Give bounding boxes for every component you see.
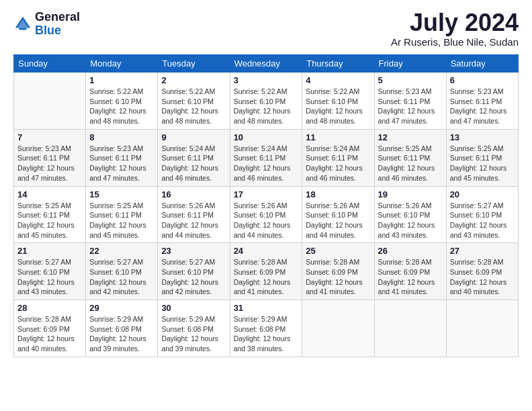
day-info: Sunrise: 5:26 AM Sunset: 6:10 PM Dayligh… <box>378 201 443 240</box>
day-number: 27 <box>450 246 515 256</box>
day-number: 18 <box>306 189 370 199</box>
day-number: 28 <box>17 303 82 313</box>
day-info: Sunrise: 5:23 AM Sunset: 6:11 PM Dayligh… <box>17 144 82 183</box>
day-number: 1 <box>89 75 154 85</box>
calendar-cell: 24Sunrise: 5:28 AM Sunset: 6:09 PM Dayli… <box>230 243 302 300</box>
day-info: Sunrise: 5:27 AM Sunset: 6:10 PM Dayligh… <box>161 257 226 297</box>
day-info: Sunrise: 5:26 AM Sunset: 6:10 PM Dayligh… <box>306 201 370 240</box>
location: Ar Ruseris, Blue Nile, Sudan <box>391 36 519 48</box>
day-info: Sunrise: 5:28 AM Sunset: 6:09 PM Dayligh… <box>378 257 443 297</box>
page: General Blue July 2024 Ar Ruseris, Blue … <box>0 0 532 411</box>
calendar-cell: 21Sunrise: 5:27 AM Sunset: 6:10 PM Dayli… <box>14 243 86 300</box>
calendar-cell: 16Sunrise: 5:26 AM Sunset: 6:11 PM Dayli… <box>158 186 230 243</box>
day-info: Sunrise: 5:29 AM Sunset: 6:08 PM Dayligh… <box>89 314 154 354</box>
day-number: 11 <box>306 132 370 142</box>
day-info: Sunrise: 5:23 AM Sunset: 6:11 PM Dayligh… <box>89 144 154 183</box>
day-number: 3 <box>234 75 299 85</box>
calendar-cell: 19Sunrise: 5:26 AM Sunset: 6:10 PM Dayli… <box>374 186 446 243</box>
day-number: 12 <box>378 132 443 142</box>
calendar-cell: 29Sunrise: 5:29 AM Sunset: 6:08 PM Dayli… <box>86 300 158 357</box>
day-info: Sunrise: 5:27 AM Sunset: 6:10 PM Dayligh… <box>450 201 515 240</box>
calendar-cell: 7Sunrise: 5:23 AM Sunset: 6:11 PM Daylig… <box>14 129 86 186</box>
calendar-cell <box>374 300 446 357</box>
calendar-header-friday: Friday <box>374 55 446 73</box>
calendar-cell: 11Sunrise: 5:24 AM Sunset: 6:11 PM Dayli… <box>302 129 374 186</box>
calendar-header-wednesday: Wednesday <box>230 55 302 73</box>
day-number: 5 <box>378 75 443 85</box>
calendar-week-row: 7Sunrise: 5:23 AM Sunset: 6:11 PM Daylig… <box>14 129 519 186</box>
calendar-header-row: SundayMondayTuesdayWednesdayThursdayFrid… <box>14 55 519 73</box>
day-number: 16 <box>161 189 226 199</box>
day-info: Sunrise: 5:28 AM Sunset: 6:09 PM Dayligh… <box>234 257 299 297</box>
logo: General Blue <box>13 11 80 38</box>
calendar-cell: 15Sunrise: 5:25 AM Sunset: 6:11 PM Dayli… <box>86 186 158 243</box>
day-number: 30 <box>161 303 226 313</box>
calendar-cell: 23Sunrise: 5:27 AM Sunset: 6:10 PM Dayli… <box>158 243 230 300</box>
day-info: Sunrise: 5:28 AM Sunset: 6:09 PM Dayligh… <box>17 314 82 354</box>
calendar-cell: 22Sunrise: 5:27 AM Sunset: 6:10 PM Dayli… <box>86 243 158 300</box>
calendar-header-saturday: Saturday <box>446 55 518 73</box>
day-info: Sunrise: 5:27 AM Sunset: 6:10 PM Dayligh… <box>89 257 154 297</box>
day-info: Sunrise: 5:22 AM Sunset: 6:10 PM Dayligh… <box>89 87 154 126</box>
calendar-cell <box>14 73 86 130</box>
calendar-cell: 4Sunrise: 5:22 AM Sunset: 6:10 PM Daylig… <box>302 73 374 130</box>
calendar-cell: 26Sunrise: 5:28 AM Sunset: 6:09 PM Dayli… <box>374 243 446 300</box>
day-number: 6 <box>450 75 515 85</box>
day-number: 7 <box>17 132 82 142</box>
day-info: Sunrise: 5:25 AM Sunset: 6:11 PM Dayligh… <box>450 144 515 183</box>
calendar-cell: 13Sunrise: 5:25 AM Sunset: 6:11 PM Dayli… <box>446 129 518 186</box>
day-number: 13 <box>450 132 515 142</box>
calendar-week-row: 28Sunrise: 5:28 AM Sunset: 6:09 PM Dayli… <box>14 300 519 357</box>
day-info: Sunrise: 5:24 AM Sunset: 6:11 PM Dayligh… <box>161 144 226 183</box>
day-number: 14 <box>17 189 82 199</box>
calendar-cell: 20Sunrise: 5:27 AM Sunset: 6:10 PM Dayli… <box>446 186 518 243</box>
logo-text: General Blue <box>35 11 80 38</box>
calendar-cell: 28Sunrise: 5:28 AM Sunset: 6:09 PM Dayli… <box>14 300 86 357</box>
calendar-week-row: 14Sunrise: 5:25 AM Sunset: 6:11 PM Dayli… <box>14 186 519 243</box>
day-info: Sunrise: 5:24 AM Sunset: 6:11 PM Dayligh… <box>234 144 299 183</box>
day-number: 2 <box>161 75 226 85</box>
day-number: 23 <box>161 246 226 256</box>
day-number: 21 <box>17 246 82 256</box>
calendar-cell: 3Sunrise: 5:22 AM Sunset: 6:10 PM Daylig… <box>230 73 302 130</box>
day-info: Sunrise: 5:28 AM Sunset: 6:09 PM Dayligh… <box>450 257 515 297</box>
calendar-cell: 5Sunrise: 5:23 AM Sunset: 6:11 PM Daylig… <box>374 73 446 130</box>
calendar-cell: 6Sunrise: 5:23 AM Sunset: 6:11 PM Daylig… <box>446 73 518 130</box>
calendar-cell: 18Sunrise: 5:26 AM Sunset: 6:10 PM Dayli… <box>302 186 374 243</box>
calendar-header-thursday: Thursday <box>302 55 374 73</box>
calendar-header-sunday: Sunday <box>14 55 86 73</box>
calendar-header-monday: Monday <box>86 55 158 73</box>
day-number: 29 <box>89 303 154 313</box>
calendar-cell: 25Sunrise: 5:28 AM Sunset: 6:09 PM Dayli… <box>302 243 374 300</box>
day-info: Sunrise: 5:28 AM Sunset: 6:09 PM Dayligh… <box>306 257 370 297</box>
day-number: 9 <box>161 132 226 142</box>
day-number: 31 <box>234 303 299 313</box>
day-number: 25 <box>306 246 370 256</box>
day-number: 19 <box>378 189 443 199</box>
day-info: Sunrise: 5:29 AM Sunset: 6:08 PM Dayligh… <box>234 314 299 354</box>
calendar-cell: 31Sunrise: 5:29 AM Sunset: 6:08 PM Dayli… <box>230 300 302 357</box>
title-block: July 2024 Ar Ruseris, Blue Nile, Sudan <box>391 11 519 48</box>
calendar-cell: 12Sunrise: 5:25 AM Sunset: 6:11 PM Dayli… <box>374 129 446 186</box>
day-info: Sunrise: 5:29 AM Sunset: 6:08 PM Dayligh… <box>161 314 226 354</box>
calendar-week-row: 1Sunrise: 5:22 AM Sunset: 6:10 PM Daylig… <box>14 73 519 130</box>
calendar-cell: 8Sunrise: 5:23 AM Sunset: 6:11 PM Daylig… <box>86 129 158 186</box>
calendar-cell: 2Sunrise: 5:22 AM Sunset: 6:10 PM Daylig… <box>158 73 230 130</box>
day-number: 15 <box>89 189 154 199</box>
calendar-week-row: 21Sunrise: 5:27 AM Sunset: 6:10 PM Dayli… <box>14 243 519 300</box>
calendar-cell <box>446 300 518 357</box>
calendar-cell: 14Sunrise: 5:25 AM Sunset: 6:11 PM Dayli… <box>14 186 86 243</box>
day-number: 10 <box>234 132 299 142</box>
calendar-cell: 9Sunrise: 5:24 AM Sunset: 6:11 PM Daylig… <box>158 129 230 186</box>
calendar-cell <box>302 300 374 357</box>
day-info: Sunrise: 5:23 AM Sunset: 6:11 PM Dayligh… <box>450 87 515 126</box>
day-info: Sunrise: 5:22 AM Sunset: 6:10 PM Dayligh… <box>306 87 370 126</box>
day-info: Sunrise: 5:27 AM Sunset: 6:10 PM Dayligh… <box>17 257 82 297</box>
logo-line1: General <box>35 11 80 24</box>
day-number: 20 <box>450 189 515 199</box>
day-info: Sunrise: 5:22 AM Sunset: 6:10 PM Dayligh… <box>161 87 226 126</box>
day-number: 24 <box>234 246 299 256</box>
svg-rect-2 <box>19 28 26 30</box>
calendar-cell: 27Sunrise: 5:28 AM Sunset: 6:09 PM Dayli… <box>446 243 518 300</box>
calendar-cell: 30Sunrise: 5:29 AM Sunset: 6:08 PM Dayli… <box>158 300 230 357</box>
